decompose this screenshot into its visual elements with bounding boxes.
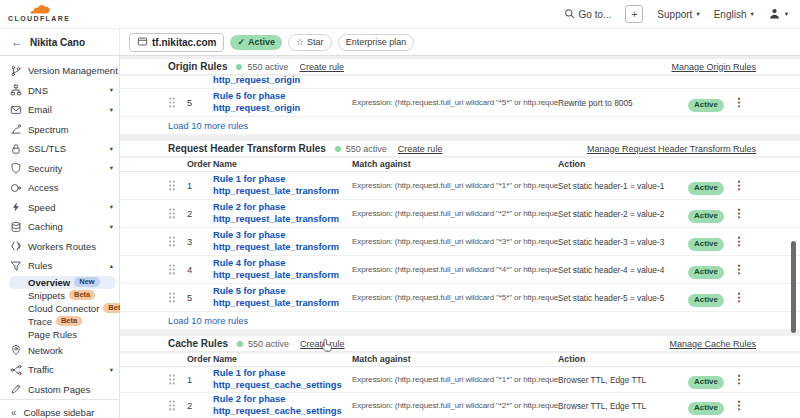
- kebab-menu-icon[interactable]: ⋮: [732, 291, 746, 304]
- rule-row: 1 Rule 1 for phasehttp_request_late_tran…: [120, 172, 800, 200]
- zone-selector[interactable]: tf.nikitac.com: [129, 33, 224, 52]
- rule-order: 5: [180, 98, 213, 108]
- cloudflare-logo[interactable]: CLOUDFLARE: [8, 5, 64, 23]
- manage-rules-link[interactable]: Manage Origin Rules: [671, 62, 756, 72]
- sidebar-item-trace[interactable]: TraceBeta: [0, 315, 119, 328]
- rule-name-link[interactable]: Rule 1 for phasehttp_request_cache_setti…: [213, 368, 352, 391]
- drag-handle-icon[interactable]: [168, 97, 180, 108]
- email-icon: [10, 104, 22, 116]
- sidebar-item-access[interactable]: Access: [0, 178, 119, 198]
- rule-name-link[interactable]: Rule 1 for phasehttp_request_late_transf…: [213, 174, 352, 197]
- sidebar-item-ssl-tls[interactable]: SSL/TLS▾: [0, 139, 119, 159]
- sidebar-item-traffic[interactable]: Traffic▾: [0, 360, 119, 380]
- chevron-down-icon[interactable]: ▾: [110, 366, 113, 374]
- rule-action: Set static header-5 = value-5: [558, 293, 688, 303]
- chevron-down-icon[interactable]: ▾: [110, 86, 113, 94]
- rule-action: Set static header-3 = value-3: [558, 237, 688, 247]
- chevron-down-icon: ▾: [750, 10, 753, 18]
- drag-handle-icon[interactable]: [168, 236, 180, 247]
- load-more-link[interactable]: Load 10 more rules: [168, 121, 248, 131]
- column-action: Action: [558, 354, 688, 364]
- column-match: Match against: [352, 354, 558, 364]
- star-button[interactable]: ☆ Star: [288, 34, 332, 51]
- rule-name-link[interactable]: Rule 3 for phasehttp_request_late_transf…: [213, 230, 352, 253]
- sidebar-item-cloud-connector[interactable]: Cloud ConnectorBeta: [0, 302, 119, 315]
- chevron-down-icon[interactable]: ▾: [110, 106, 113, 114]
- sidebar-item-rules[interactable]: Rules▴: [0, 256, 119, 276]
- main-content: Origin Rules 550 active Create rule Mana…: [120, 56, 800, 418]
- rule-name-link[interactable]: Rule 5 for phasehttp_request_late_transf…: [213, 286, 352, 309]
- drag-handle-icon[interactable]: [168, 292, 180, 303]
- add-button[interactable]: +: [625, 5, 643, 23]
- chevron-up-icon[interactable]: ▴: [110, 262, 113, 270]
- manage-rules-link[interactable]: Manage Cache Rules: [669, 339, 756, 349]
- kebab-menu-icon[interactable]: ⋮: [732, 399, 746, 412]
- drag-handle-icon[interactable]: [168, 400, 180, 411]
- chevron-down-icon[interactable]: ▾: [110, 164, 113, 172]
- manage-rules-link[interactable]: Manage Request Header Transform Rules: [587, 144, 756, 154]
- goto-search[interactable]: Go to...: [564, 8, 612, 21]
- user-menu[interactable]: ▾: [768, 7, 788, 22]
- load-more-row: Load 10 more rules: [120, 312, 800, 330]
- traffic-icon: [10, 364, 22, 376]
- kebab-menu-icon[interactable]: ⋮: [732, 207, 746, 220]
- rule-action: Browser TTL, Edge TTL: [558, 375, 688, 385]
- drag-handle-icon[interactable]: [168, 374, 180, 385]
- load-more-link[interactable]: Load 10 more rules: [168, 316, 248, 326]
- rule-expression: Expression: (http.request.full_uri wildc…: [352, 181, 558, 190]
- chevron-down-icon[interactable]: ▾: [110, 223, 113, 231]
- sidebar-item-version-management[interactable]: Version Management: [0, 61, 119, 81]
- drag-handle-icon[interactable]: [168, 264, 180, 275]
- chevron-down-icon[interactable]: ▾: [110, 203, 113, 211]
- drag-handle-icon[interactable]: [168, 208, 180, 219]
- rules-table: 5 Rule 5 for phasehttp_request_origin Ex…: [120, 89, 800, 117]
- sidebar-item-label: Trace: [28, 316, 52, 327]
- rule-expression: Expression: (http.request.full_uri wildc…: [352, 375, 558, 384]
- sidebar: Version ManagementDNS▾Email▾SpectrumSSL/…: [0, 56, 120, 418]
- goto-label: Go to...: [579, 9, 612, 20]
- lock-icon: [10, 143, 22, 155]
- sidebar-item-overview[interactable]: OverviewNew: [9, 276, 116, 289]
- rule-expression: Expression: (http.request.full_uri wildc…: [352, 265, 558, 274]
- sidebar-item-speed[interactable]: Speed▾: [0, 198, 119, 218]
- create-rule-link[interactable]: Create rule: [300, 339, 345, 349]
- kebab-menu-icon[interactable]: ⋮: [732, 235, 746, 248]
- rule-name-link[interactable]: Rule 2 for phasehttp_request_late_transf…: [213, 202, 352, 225]
- support-menu[interactable]: Support ▾: [657, 9, 699, 20]
- sidebar-item-snippets[interactable]: SnippetsBeta: [0, 289, 119, 302]
- kebab-menu-icon[interactable]: ⋮: [732, 373, 746, 386]
- drag-handle-icon[interactable]: [168, 180, 180, 191]
- sidebar-item-dns[interactable]: DNS▾: [0, 81, 119, 101]
- rule-expression: Expression: (http.request.full_uri wildc…: [352, 98, 558, 107]
- chevron-down-icon[interactable]: ▾: [110, 145, 113, 153]
- rule-name-link[interactable]: Rule 2 for phasehttp_request_cache_setti…: [213, 394, 352, 417]
- sidebar-item-workers-routes[interactable]: Workers Routes: [0, 237, 119, 257]
- create-rule-link[interactable]: Create rule: [299, 62, 344, 72]
- chevron-down-icon: ▾: [696, 10, 699, 18]
- sidebar-item-email[interactable]: Email▾: [0, 100, 119, 120]
- active-count: 550 active: [346, 144, 387, 154]
- kebab-menu-icon[interactable]: ⋮: [732, 179, 746, 192]
- kebab-menu-icon[interactable]: ⋮: [732, 96, 746, 109]
- rule-row: 5 Rule 5 for phasehttp_request_origin Ex…: [120, 89, 800, 117]
- sidebar-item-caching[interactable]: Caching▾: [0, 217, 119, 237]
- plan-badge: Enterprise plan: [338, 34, 415, 51]
- back-arrow-icon[interactable]: ←: [11, 36, 23, 48]
- rule-name-link[interactable]: Rule 5 for phasehttp_request_origin: [213, 91, 352, 114]
- collapse-sidebar-button[interactable]: « Collapse sidebar: [0, 399, 119, 418]
- sidebar-item-page-rules[interactable]: Page Rules: [0, 328, 119, 341]
- rule-expression: Expression: (http.request.full_uri wildc…: [352, 293, 558, 302]
- rule-action: Set static header-4 = value-4: [558, 265, 688, 275]
- sidebar-item-security[interactable]: Security▾: [0, 159, 119, 179]
- sidebar-item-network[interactable]: Network: [0, 341, 119, 361]
- rule-order: 5: [180, 293, 213, 303]
- scrollbar-thumb[interactable]: [791, 241, 796, 333]
- language-menu[interactable]: English ▾: [714, 9, 754, 20]
- rule-name-link[interactable]: Rule 4 for phasehttp_request_late_transf…: [213, 258, 352, 281]
- check-icon: ✓: [237, 38, 245, 47]
- sidebar-item-custom-pages[interactable]: Custom Pages: [0, 380, 119, 400]
- create-rule-link[interactable]: Create rule: [398, 144, 443, 154]
- sidebar-item-spectrum[interactable]: Spectrum: [0, 120, 119, 140]
- rule-name-link[interactable]: http_request_origin: [213, 75, 300, 87]
- kebab-menu-icon[interactable]: ⋮: [732, 263, 746, 276]
